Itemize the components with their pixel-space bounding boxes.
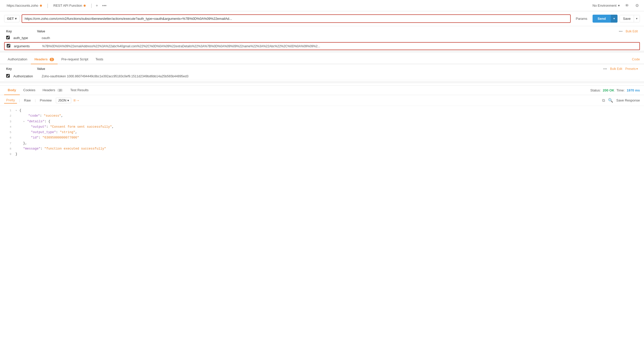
response-status-bar: Status: 200 OK Time: 1970 ms bbox=[590, 88, 640, 92]
more-tabs-icon[interactable]: ••• bbox=[101, 2, 108, 9]
line-num-6: 6 bbox=[4, 135, 11, 140]
url-input[interactable] bbox=[22, 14, 571, 23]
json-line-6: 6 "id": "63095000000077006" bbox=[0, 135, 644, 141]
send-button-group: Send ▾ bbox=[593, 15, 618, 23]
method-label: GET bbox=[7, 17, 14, 21]
auth-header-key: Authorization bbox=[13, 74, 42, 78]
tab-zoho-accounts[interactable]: https://accounts.zoho bbox=[4, 3, 44, 8]
tab2-label: REST API Function bbox=[53, 4, 82, 7]
status-label: Status: bbox=[590, 88, 601, 92]
table-row: arguments %7B%0D%0A%09%22emailAddress%22… bbox=[4, 42, 640, 50]
request-tabs-bar: Authorization Headers 1 Pre-request Scri… bbox=[0, 55, 644, 64]
line-num-8: 8 bbox=[4, 146, 11, 151]
headers-bulk-edit[interactable]: Bulk Edit bbox=[610, 67, 622, 71]
tab-separator: | bbox=[47, 3, 48, 8]
code-link[interactable]: Code bbox=[632, 57, 640, 61]
tab-headers[interactable]: Headers 1 bbox=[31, 55, 58, 64]
response-tab-body[interactable]: Body bbox=[4, 86, 20, 95]
method-selector[interactable]: GET ▾ bbox=[4, 15, 20, 22]
headers-badge: 1 bbox=[50, 58, 54, 61]
params-bulk-edit-button[interactable]: Bulk Edit bbox=[626, 30, 638, 33]
response-tabs-bar: Body Cookies Headers 18 Test Results Sta… bbox=[0, 86, 644, 95]
row1-value: oauth bbox=[42, 36, 50, 40]
save-dropdown[interactable]: ▾ bbox=[634, 15, 640, 22]
response-tab-test-results[interactable]: Test Results bbox=[67, 86, 92, 95]
auth-header-value: Zoho-oauthtoken 1000.8607494449c8bc1e392… bbox=[42, 75, 189, 78]
line-num-4: 4 bbox=[4, 124, 11, 129]
json-line-5: 5 "output_type": "string", bbox=[0, 130, 644, 135]
environment-selector[interactable]: No Environment ▾ bbox=[593, 4, 620, 7]
json-line-1: 1 ▾ { bbox=[0, 108, 644, 113]
tab1-dot bbox=[40, 5, 42, 7]
headers-key-header: Key bbox=[6, 67, 37, 71]
response-section: Body Cookies Headers 18 Test Results Sta… bbox=[0, 85, 644, 159]
json-line-4: 4 "output": "Consent form sent successfu… bbox=[0, 124, 644, 130]
json-line-7: 7 }, bbox=[0, 141, 644, 146]
auth-row-checkbox[interactable] bbox=[6, 74, 10, 78]
headers-section: Key Value ••• Bulk Edit Presets ▾ Author… bbox=[0, 64, 644, 81]
row1-checkbox[interactable] bbox=[6, 36, 10, 39]
params-more-icon[interactable]: ••• bbox=[619, 29, 623, 33]
row1-key: auth_type bbox=[13, 36, 42, 40]
format-chevron: ▾ bbox=[67, 99, 69, 102]
row2-value: %7B%0D%0A%09%22emailAddress%22%3A%22abc%… bbox=[42, 44, 320, 48]
json-line-2: 2 "code": "success", bbox=[0, 113, 644, 119]
json-response-area: 1 ▾ { 2 "code": "success", 3 ▾ "details"… bbox=[0, 106, 644, 159]
send-button[interactable]: Send bbox=[593, 15, 611, 23]
body-tab-pretty[interactable]: Pretty bbox=[4, 97, 17, 104]
json-line-3: 3 ▾ "details": { bbox=[0, 119, 644, 124]
body-tab-raw[interactable]: Raw bbox=[22, 97, 33, 103]
response-body-right: ⧉ 🔍 Save Response bbox=[602, 98, 640, 103]
env-label: No Environment bbox=[593, 4, 616, 7]
tab-tests[interactable]: Tests bbox=[92, 55, 107, 64]
save-button[interactable]: Save bbox=[620, 15, 634, 22]
tab-pre-request-script[interactable]: Pre-request Script bbox=[58, 55, 92, 64]
row2-checkbox[interactable] bbox=[7, 44, 10, 48]
body-tab-preview[interactable]: Preview bbox=[38, 97, 54, 103]
method-chevron: ▾ bbox=[15, 17, 17, 21]
save-response-button[interactable]: Save Response bbox=[616, 98, 640, 102]
request-bar: GET ▾ Params Send ▾ Save ▾ bbox=[0, 11, 644, 26]
tab-rest-api-function[interactable]: REST API Function bbox=[51, 3, 88, 8]
save-button-group: Save ▾ bbox=[620, 15, 640, 22]
copy-icon[interactable]: ⧉ bbox=[602, 98, 605, 103]
tab-authorization[interactable]: Authorization bbox=[4, 55, 31, 64]
env-chevron: ▾ bbox=[618, 4, 620, 7]
tab2-dot bbox=[84, 5, 86, 7]
json-line-9: 9 } bbox=[0, 152, 644, 157]
table-row: auth_type oauth bbox=[4, 34, 640, 42]
params-key-header: Key bbox=[6, 30, 37, 33]
query-params-section: Key Value ••• Bulk Edit auth_type oauth … bbox=[0, 26, 644, 51]
headers-value-header: Value bbox=[37, 67, 45, 71]
table-row: Authorization Zoho-oauthtoken 1000.86074… bbox=[4, 72, 640, 80]
time-label: Time: bbox=[616, 88, 625, 92]
line-num-9: 9 bbox=[4, 152, 11, 157]
json-line-8: 8 "message": "function executed successf… bbox=[0, 146, 644, 152]
auth-row-checkbox-cell[interactable] bbox=[6, 74, 13, 78]
line-num-2: 2 bbox=[4, 113, 11, 118]
row2-checkbox-cell[interactable] bbox=[7, 44, 14, 48]
tab-separator2: | bbox=[91, 3, 92, 8]
params-value-header: Value bbox=[37, 30, 45, 33]
params-button[interactable]: Params bbox=[573, 15, 591, 22]
send-dropdown[interactable]: ▾ bbox=[611, 15, 618, 23]
headers-presets[interactable]: Presets ▾ bbox=[625, 67, 638, 71]
format-selector[interactable]: JSON ▾ bbox=[56, 98, 71, 103]
gear-icon[interactable]: ⚙ bbox=[634, 2, 640, 9]
response-tab-headers[interactable]: Headers 18 bbox=[39, 86, 67, 95]
headers-more-icon[interactable]: ••• bbox=[603, 67, 607, 71]
top-bar-right: No Environment ▾ 👁 ⚙ bbox=[593, 2, 640, 9]
time-value: 1970 ms bbox=[627, 88, 640, 92]
line-num-5: 5 bbox=[4, 130, 11, 135]
response-tab-cookies[interactable]: Cookies bbox=[20, 86, 39, 95]
wrap-icon[interactable]: ≡→ bbox=[73, 98, 80, 103]
add-tab-icon[interactable]: + bbox=[95, 2, 99, 9]
response-body-bar: Pretty | Raw | Preview JSON ▾ ≡→ ⧉ 🔍 Sav… bbox=[0, 95, 644, 106]
tab-url-label: https://accounts.zoho bbox=[7, 4, 38, 7]
eye-icon[interactable]: 👁 bbox=[624, 2, 630, 9]
response-headers-badge: 18 bbox=[57, 89, 63, 92]
row1-checkbox-cell[interactable] bbox=[6, 36, 13, 40]
params-header-actions: ••• Bulk Edit bbox=[619, 29, 638, 33]
format-label: JSON bbox=[58, 99, 66, 102]
search-icon[interactable]: 🔍 bbox=[608, 98, 613, 103]
